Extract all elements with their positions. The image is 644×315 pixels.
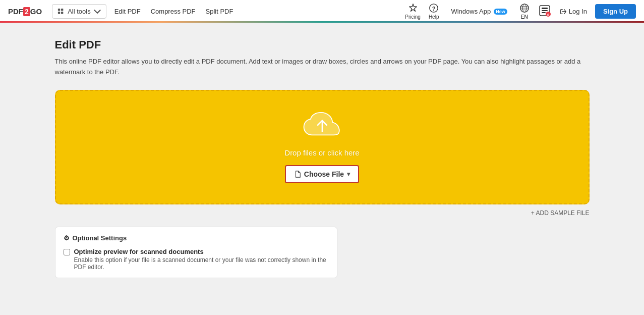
upload-cloud-icon [302, 111, 342, 141]
settings-header: ⚙ Optional Settings [64, 234, 329, 242]
gear-icon: ⚙ [64, 234, 70, 242]
windows-app-label: Windows App [451, 8, 491, 15]
help-nav[interactable]: ? Help [429, 3, 439, 20]
windows-app-nav[interactable]: Windows App New [447, 6, 511, 17]
header-right: Pricing ? Help Windows App New EN [405, 3, 636, 20]
svg-rect-14 [542, 12, 546, 13]
file-icon [294, 171, 301, 178]
optimize-scan-desc: Enable this option if your file is a sca… [74, 256, 329, 271]
drop-text: Drop files or click here [284, 148, 359, 157]
nav-edit-pdf[interactable]: Edit PDF [114, 8, 141, 15]
choose-file-chevron: ▾ [347, 171, 350, 178]
logo[interactable]: PDF2GO [8, 7, 42, 16]
svg-rect-3 [61, 12, 63, 14]
pricing-label: Pricing [405, 14, 421, 20]
nav-split-pdf[interactable]: Split PDF [206, 8, 233, 15]
add-sample-row: + ADD SAMPLE FILE [55, 209, 590, 217]
globe-icon [519, 3, 530, 13]
optimize-scan-label: Optimize preview for scanned documents [74, 248, 329, 255]
svg-rect-0 [58, 8, 60, 10]
all-tools-label: All tools [68, 8, 91, 15]
page-title: Edit PDF [55, 38, 590, 51]
pricing-icon [408, 3, 418, 13]
optimize-scan-text: Optimize preview for scanned documents E… [74, 248, 329, 271]
svg-rect-1 [61, 8, 63, 10]
optimize-scan-row: Optimize preview for scanned documents E… [64, 248, 329, 271]
optimize-scan-checkbox[interactable] [64, 249, 70, 255]
help-label: Help [429, 14, 439, 20]
svg-rect-13 [542, 10, 548, 11]
optional-settings-panel: ⚙ Optional Settings Optimize preview for… [55, 227, 337, 278]
main-content: Edit PDF This online PDF editor allows y… [45, 23, 600, 288]
help-icon: ? [429, 3, 439, 13]
grid-icon [57, 8, 65, 15]
history-button[interactable]: 0 [538, 4, 552, 20]
chevron-down-icon [94, 8, 101, 15]
svg-rect-12 [542, 8, 548, 9]
svg-rect-2 [58, 12, 60, 14]
login-button[interactable]: Log In [560, 8, 587, 15]
new-badge: New [494, 9, 507, 15]
logo-text: PDF2GO [8, 7, 42, 16]
history-icon: 0 [538, 4, 552, 18]
add-sample-link[interactable]: + ADD SAMPLE FILE [531, 209, 590, 217]
choose-file-label: Choose File [304, 170, 344, 178]
header: PDF2GO All tools Edit PDF Compress PDF S… [0, 0, 644, 23]
all-tools-button[interactable]: All tools [52, 4, 106, 19]
login-label: Log In [569, 8, 587, 15]
login-icon [560, 8, 567, 15]
page-description: This online PDF editor allows you to dir… [55, 57, 590, 78]
signup-button[interactable]: Sign Up [595, 4, 636, 19]
svg-text:0: 0 [547, 13, 549, 17]
svg-text:?: ? [432, 6, 436, 12]
language-label: EN [521, 14, 528, 20]
settings-row: Optimize preview for scanned documents E… [64, 248, 329, 271]
main-nav: Edit PDF Compress PDF Split PDF [114, 8, 405, 15]
choose-file-button[interactable]: Choose File ▾ [285, 165, 359, 183]
nav-compress-pdf[interactable]: Compress PDF [151, 8, 196, 15]
language-selector[interactable]: EN [519, 3, 530, 20]
pricing-nav[interactable]: Pricing [405, 3, 421, 20]
settings-header-label: Optional Settings [73, 234, 127, 242]
upload-area[interactable]: Drop files or click here Choose File ▾ [55, 90, 590, 204]
